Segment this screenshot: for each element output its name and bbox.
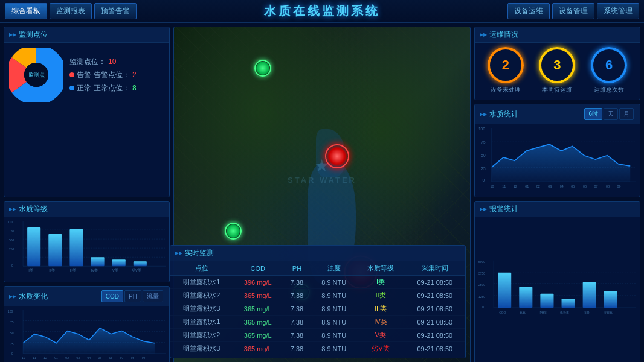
- svg-text:03: 03: [548, 185, 552, 188]
- marker-red-1[interactable]: [325, 144, 349, 168]
- cell-ph: 7.38: [283, 302, 311, 316]
- wqc-tab-group: COD PH 流量: [100, 289, 164, 303]
- svg-text:500: 500: [9, 238, 14, 242]
- alarm-bar-chart: 5000 3750 2500 1250 0: [478, 220, 636, 362]
- cell-station: 明堂露积水2: [170, 329, 233, 342]
- svg-text:12: 12: [514, 185, 517, 188]
- svg-text:250: 250: [9, 247, 14, 251]
- tab-ph[interactable]: PH: [124, 290, 141, 302]
- tab-cod[interactable]: COD: [101, 290, 123, 302]
- legend-total: 监测点位： 10: [69, 57, 137, 67]
- map-logo-text: STAR WATER: [288, 176, 356, 185]
- svg-text:50: 50: [481, 153, 486, 157]
- table-row[interactable]: 明堂露积水1 365 mg/L 7.38 8.9 NTU IV类 09-21 0…: [170, 316, 465, 329]
- svg-text:0: 0: [11, 352, 13, 355]
- svg-text:11: 11: [502, 185, 506, 188]
- svg-text:10: 10: [22, 356, 25, 360]
- wq-tab-group: 6时 天 月: [583, 107, 635, 121]
- ops-label-3: 运维总次数: [594, 86, 624, 94]
- table-row[interactable]: 明堂露积水3 365 mg/L 7.38 8.9 NTU III类 09-21 …: [170, 302, 465, 316]
- svg-text:溶解氧: 溶解氧: [604, 311, 613, 314]
- svg-text:01: 01: [525, 185, 529, 188]
- ops-ring-orange: 2: [488, 47, 524, 83]
- left-bottom-stack: 水质等级 1000 750 500 250 0: [4, 201, 170, 362]
- col-turbidity: 浊度: [311, 261, 356, 276]
- nav-预警告警[interactable]: 预警告警: [94, 3, 137, 19]
- nav-系统管理[interactable]: 系统管理: [597, 3, 639, 19]
- ops-ring-blue: 6: [591, 47, 627, 83]
- svg-rect-42: [112, 259, 126, 266]
- svg-text:75: 75: [481, 140, 486, 144]
- svg-text:07: 07: [120, 356, 124, 360]
- pie-legend: 监测点位： 10 告警 告警点位： 2 正常 正常点位： 8: [69, 57, 137, 94]
- table-row[interactable]: 明堂露积水3 365 mg/L 7.38 8.9 NTU 劣V类 09-21 0…: [170, 342, 465, 355]
- ops-label-2: 本周待运维: [542, 86, 572, 94]
- svg-rect-86: [583, 282, 596, 308]
- cell-grade: III类: [356, 302, 404, 316]
- normal-value: 8: [132, 84, 137, 92]
- water-quality-stats-panel: 水质统计 6时 天 月 100 75 50: [474, 104, 640, 197]
- normal-dot: [69, 86, 74, 91]
- cell-ph: 7.38: [283, 316, 311, 329]
- cell-station: 明堂露积水3: [170, 342, 233, 355]
- col-station: 点位: [170, 261, 233, 276]
- legend-alert: 告警 告警点位： 2: [69, 70, 137, 80]
- svg-text:12: 12: [43, 356, 47, 360]
- cell-turbidity: 8.9 NTU: [311, 302, 356, 316]
- tab-month[interactable]: 月: [619, 108, 634, 120]
- svg-rect-87: [604, 291, 617, 308]
- wqc-header: 水质变化 COD PH 流量: [4, 287, 169, 306]
- right-top-stack: 运维情况 2 设备未处理 3 本周待运维 6 运维总次数 水质统计: [474, 27, 640, 197]
- wqc-title: 水质变化: [9, 291, 48, 302]
- cell-cod: 365 mg/L: [233, 316, 283, 329]
- realtime-table: 点位 COD PH 浊度 水质等级 采集时间 明堂露积水1 396 mg/L 7…: [170, 261, 465, 355]
- nav-设备运维[interactable]: 设备运维: [507, 3, 550, 19]
- wqc-chart-container: 100 75 50 25 0 10 11 12: [4, 306, 169, 362]
- svg-text:05: 05: [571, 185, 575, 188]
- svg-rect-40: [69, 229, 83, 266]
- cell-grade: I类: [356, 276, 404, 289]
- ops-circle-1: 2 设备未处理: [488, 47, 524, 94]
- nav-设备管理[interactable]: 设备管理: [552, 3, 594, 19]
- ops-circle-2: 3 本周待运维: [539, 47, 575, 94]
- tab-day[interactable]: 天: [604, 108, 618, 120]
- col-cod: COD: [233, 261, 283, 276]
- tab-flow[interactable]: 流量: [143, 290, 163, 302]
- svg-text:0: 0: [483, 178, 485, 182]
- pie-chart: 监测点: [9, 48, 63, 102]
- nav-综合看板[interactable]: 综合看板: [5, 3, 47, 19]
- marker-green-icon-2: [225, 223, 242, 240]
- wql-bar-chart: 1000 750 500 250 0: [8, 220, 166, 279]
- table-row[interactable]: 明堂露积水2 365 mg/L 7.38 8.9 NTU V类 09-21 08…: [170, 329, 465, 342]
- svg-text:COD: COD: [499, 311, 506, 314]
- cell-cod: 365 mg/L: [233, 342, 283, 355]
- table-row[interactable]: 明堂露积水2 365 mg/L 7.38 8.9 NTU II类 09-21 0…: [170, 289, 465, 302]
- nav-监测报表[interactable]: 监测报表: [50, 3, 92, 19]
- right-bottom-stack: 报警统计 5000 3750 2500: [474, 201, 640, 362]
- cell-ph: 7.38: [283, 329, 311, 342]
- svg-text:流量: 流量: [584, 311, 590, 314]
- svg-text:09: 09: [142, 356, 146, 360]
- svg-text:50: 50: [10, 331, 14, 335]
- marker-red-icon-1: [325, 144, 349, 168]
- wql-chart-container: 1000 750 500 250 0: [4, 217, 169, 282]
- tab-6h[interactable]: 6时: [584, 108, 602, 120]
- alarm-title: 报警统计: [475, 202, 640, 217]
- svg-text:氨氮: 氨氮: [520, 311, 526, 314]
- wqc-line-chart: 100 75 50 25 0 10 11 12: [8, 309, 166, 362]
- svg-rect-38: [27, 227, 40, 266]
- svg-text:III类: III类: [69, 268, 76, 272]
- svg-text:2500: 2500: [478, 283, 485, 287]
- svg-text:0: 0: [482, 305, 484, 309]
- cell-cod: 396 mg/L: [233, 276, 283, 289]
- svg-text:75: 75: [10, 320, 14, 324]
- svg-text:750: 750: [9, 229, 14, 233]
- header: 综合看板 监测报表 预警告警 水质在线监测系统 设备运维 设备管理 系统管理: [0, 0, 644, 23]
- table-row[interactable]: 明堂露积水1 396 mg/L 7.38 8.9 NTU I类 09-21 08…: [170, 276, 465, 289]
- cell-ph: 7.38: [283, 342, 311, 355]
- marker-green-1[interactable]: [254, 60, 271, 77]
- cell-cod: 365 mg/L: [233, 329, 283, 342]
- nav-left: 综合看板 监测报表 预警告警: [5, 3, 137, 19]
- marker-green-2[interactable]: [225, 223, 242, 240]
- monitoring-points-panel: 监测点位 监测点 监测点位： 10 告警: [4, 27, 170, 197]
